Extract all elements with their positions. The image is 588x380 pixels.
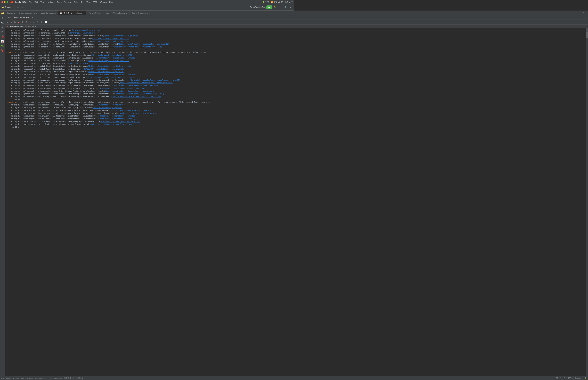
menu-view[interactable]: View <box>40 1 44 3</box>
export-button[interactable]: ⬇ <box>40 20 44 24</box>
menu-file[interactable]: File <box>29 1 32 3</box>
stop-button[interactable]: ■ <box>17 20 20 24</box>
stack-trace-link[interactable]: (SpringBootContextLoader.java:108) <box>92 40 129 42</box>
stack-trace-link[interactable]: (AbstractEntityManagerFactoryBean.java:3… <box>99 87 145 90</box>
forward-button[interactable]: → <box>21 6 25 9</box>
filter-button[interactable]: ⊘ <box>25 20 29 24</box>
stack-trace-link[interactable]: (JdbcEnvironmentInitiator.java:107) <box>99 115 136 117</box>
stack-trace-link[interactable]: (SpringApplication.java:1454) <box>69 32 100 34</box>
sort-button[interactable]: ≡ <box>29 20 32 24</box>
stack-trace-link[interactable]: (EntityManagerFactoryBuilderImpl.java:14… <box>91 74 137 76</box>
stack-trace-link[interactable]: (JdbcEnvironmentInitiator.java:348) <box>120 112 158 114</box>
sidebar-icon-debug[interactable]: 🐞 <box>1 35 4 38</box>
tab-orderrepository[interactable]: OrderRepository.java <box>17 11 39 15</box>
project-selector[interactable]: 📁 Project ▾ <box>1 6 13 8</box>
close-button[interactable] <box>1 1 3 3</box>
stack-trace-link[interactable]: (LocalContainerEntityManagerFactoryBean.… <box>105 90 158 92</box>
sidebar-icon-git[interactable]: 🌿 <box>1 45 4 47</box>
stack-trace-link[interactable]: (AbstractEntityManagerFactoryBean.java:4… <box>113 85 159 87</box>
tab-orderservice[interactable]: OrderService.java <box>39 11 58 15</box>
stack-trace-link[interactable]: (JdbcEnvironmentInitiator.java:68) <box>99 118 135 120</box>
run-all-button[interactable]: ▶ <box>14 20 17 24</box>
sidebar-icon-profiler[interactable]: 📊 <box>1 40 4 42</box>
sidebar-icon-plugins[interactable]: 🔌 <box>1 21 4 24</box>
console-line: at org.hibernate.boot.internal.InFlightM… <box>6 65 294 68</box>
stack-trace-link[interactable]: (AbstractServiceRegistryImpl.java:276) <box>91 54 132 56</box>
stack-trace-link[interactable]: (SpringBootContextLoader.java:553) <box>103 35 139 37</box>
run-button[interactable]: ▶ <box>266 5 272 9</box>
console-line: at org.springframework.boot.test.context… <box>6 40 294 43</box>
console-line: at org.hibernate.boot.model.process.spi.… <box>6 70 294 73</box>
stack-trace-link[interactable]: (Database.java:45) <box>69 62 88 64</box>
stack-trace-link[interactable]: (EntityManagerFactoryBuilderImpl.java:15… <box>88 76 134 78</box>
menubar-left: 🍎 <box>1 1 13 3</box>
stack-trace-link[interactable]: (DefaultCacheAwareContextLoaderDelegate.… <box>118 43 171 45</box>
stack-trace-link[interactable]: (AbstractAutowireCapableBeanFactory.java… <box>115 93 164 95</box>
stack-trace-link[interactable]: (JdbcEnvironmentInitiator.java:143) <box>115 110 152 112</box>
tab-label: OrderRepository.java <box>19 12 37 14</box>
project-label: Project ▾ <box>5 6 13 8</box>
sidebar-icon-bookmark[interactable]: 🔖 <box>1 49 4 52</box>
test-status-bar: ✕ Tests failed: 3 of 3 tests — 2 ms <box>5 24 294 28</box>
console-output[interactable]: at org.springframework.util.function.Thr… <box>5 28 294 190</box>
back-button[interactable]: ← <box>16 6 20 9</box>
stack-trace-link[interactable]: (AbstractServiceRegistryImpl.java:238) <box>95 57 136 59</box>
debug-button[interactable]: 🐛 <box>273 5 278 9</box>
stack-trace-link[interactable]: (SpringBootContextLoader.java:137) <box>92 38 129 40</box>
sidebar-icon-structure[interactable]: ⊞ <box>1 17 3 19</box>
sidebar-icon-t[interactable]: T <box>2 26 3 28</box>
tab-memberservicetest[interactable]: MemberServiceTest.java <box>86 11 111 15</box>
menu-vcs[interactable]: VCS <box>94 1 97 3</box>
menu-code[interactable]: Code <box>57 1 62 3</box>
clock-button[interactable]: 🕐 <box>44 20 48 24</box>
menu-refactor[interactable]: Refactor <box>64 1 71 3</box>
rerun-button[interactable]: ↺ <box>6 20 9 24</box>
tab-orderservicetest[interactable]: ☕ OrderServiceTest.java ✕ <box>58 11 86 15</box>
stack-trace-link[interactable]: (DialectFactoryImpl.java:87) <box>93 107 123 109</box>
sidebar-icon-project[interactable]: 📁 <box>1 12 4 15</box>
menu-help[interactable]: Help <box>109 1 113 3</box>
console-line: at org.hibernate.boot.internal.InFlightM… <box>6 68 294 70</box>
settings-button[interactable]: ⚙ <box>289 5 293 9</box>
tab-item-java[interactable]: Item.java <box>5 11 17 15</box>
stack-trace-link[interactable]: (SpringHibernateJpaPersistenceProvider.j… <box>130 79 180 81</box>
run-tab-run[interactable]: Run <box>6 16 12 19</box>
console-line: at org.springframework.orm.jpa.LocalCont… <box>6 90 294 93</box>
tab-orderstatus[interactable]: OrderStatus.java <box>111 11 130 15</box>
stack-trace-link[interactable]: (InFlightMetadataCollectorImpl.java:223) <box>88 65 131 67</box>
tab-close-icon[interactable]: ✕ <box>83 12 84 14</box>
menu-intellij[interactable]: IntelliJ IDEA <box>15 1 27 3</box>
tab-deliverystatus[interactable]: DeliveryStatus.java <box>130 11 150 15</box>
more-button[interactable]: ⋯ <box>279 5 283 9</box>
stack-trace-link[interactable]: (LocalContainerEntityManagerFactoryBean.… <box>120 82 173 84</box>
stack-trace-link[interactable]: (MetadataBuildingProcess.java:170) <box>88 71 124 73</box>
menu-build[interactable]: Build <box>74 1 78 3</box>
stack-trace-link[interactable]: (AbstractServiceRegistryImpl.java:215) <box>88 60 129 62</box>
toolbar-right: OrderServiceTest ▶ 🐛 ⋯ 🔍 ⚙ <box>250 5 293 9</box>
import-button[interactable]: ⬆ <box>36 20 40 24</box>
menu-tools[interactable]: Tools <box>86 1 91 3</box>
console-line: at org.hibernate.boot.model.relational.D… <box>6 62 294 65</box>
pause-button[interactable]: ⏸ <box>21 20 25 24</box>
stack-trace-link[interactable]: (DialectFactoryImpl.java:191) <box>98 104 129 106</box>
stack-trace-link[interactable]: (StandardServiceRegistryImpl.java:130) <box>100 121 140 123</box>
stack-trace-link[interactable]: (ThrowingSupplier.java:46) <box>72 29 100 31</box>
stack-trace-link[interactable]: (AbstractAutowireCapableBeanFactory.java… <box>112 95 161 98</box>
search-button[interactable]: 🔍 <box>284 5 288 9</box>
menu-edit[interactable]: Edit <box>35 1 38 3</box>
more-options-button[interactable]: ⋯ <box>49 20 53 24</box>
sidebar-icon-run[interactable]: ▶ <box>1 30 3 33</box>
expand-button[interactable]: ⇔ <box>32 20 36 24</box>
stack-trace-link[interactable]: (DefaultCacheAwareContextLoaderDelegate.… <box>109 46 162 48</box>
stack-trace-link[interactable]: (InFlightMetadataCollectorImpl.java:191) <box>82 68 125 70</box>
menu-run[interactable]: Run <box>80 1 84 3</box>
menu-navigate[interactable]: Navigate <box>47 1 55 3</box>
menu-window[interactable]: Window <box>100 1 107 3</box>
console-line: at org.hibernate.service.internal.Abstra… <box>6 123 294 126</box>
maximize-button[interactable] <box>6 1 8 3</box>
minimize-button[interactable] <box>4 1 6 3</box>
stack-trace-link[interactable]: (AbstractServiceRegistryImpl.java:263) <box>91 123 132 125</box>
rerun-failed-button[interactable]: ↻ <box>10 20 13 24</box>
run-tab-close[interactable]: ✕ <box>32 17 33 18</box>
run-tab-service[interactable]: OrderServiceTest <box>13 16 30 19</box>
